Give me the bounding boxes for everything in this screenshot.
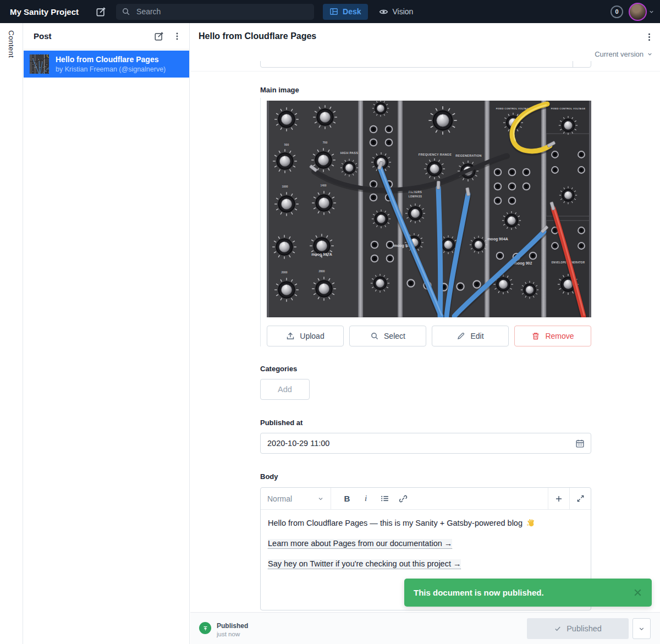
navbar-right: 0 — [610, 3, 654, 21]
toast-message: This document is now published. — [414, 588, 544, 597]
categories-label: Categories — [260, 365, 297, 373]
fieldset-border — [260, 98, 261, 346]
upload-button[interactable]: Upload — [267, 326, 344, 346]
text-style-value: Normal — [267, 494, 292, 503]
body-label: Body — [260, 472, 278, 481]
chevron-down-icon — [647, 51, 653, 57]
top-navbar: My Sanity Project — [0, 0, 660, 23]
body-content[interactable]: Hello from Cloudflare Pages — this is my… — [261, 510, 591, 586]
edit-label: Edit — [470, 332, 483, 340]
insert-block-button[interactable] — [548, 488, 569, 509]
search-bar[interactable] — [116, 4, 314, 20]
avatar — [629, 3, 647, 21]
publish-status: Published just now — [199, 622, 248, 637]
add-category-button[interactable]: Add — [260, 379, 310, 400]
publish-button-label: Published — [566, 624, 602, 633]
tool-sidebar: Content — [0, 23, 23, 644]
publish-button[interactable]: Published — [527, 618, 629, 639]
bullet-list-icon — [380, 494, 389, 503]
list-panel-header: Post — [24, 23, 189, 49]
header-divider — [190, 71, 660, 71]
publish-status-time: just now — [217, 631, 248, 637]
body-paragraph: Learn more about Pages from our document… — [268, 538, 584, 550]
project-title: My Sanity Project — [10, 7, 79, 16]
select-button[interactable]: Select — [349, 326, 426, 346]
check-icon — [554, 625, 562, 632]
expand-icon — [576, 494, 585, 503]
upload-label: Upload — [300, 332, 324, 340]
bold-button[interactable]: B — [338, 488, 356, 509]
user-menu[interactable] — [629, 3, 654, 21]
document-menu-button[interactable] — [642, 30, 656, 43]
upload-icon — [286, 332, 295, 340]
calendar-icon[interactable] — [575, 439, 585, 448]
fullscreen-button[interactable] — [569, 488, 591, 509]
close-icon[interactable] — [632, 587, 644, 598]
publish-status-text: Published just now — [217, 622, 248, 637]
search-icon — [370, 332, 379, 340]
format-buttons: B i — [331, 488, 413, 509]
sanity-studio-app: My Sanity Project — [0, 0, 660, 644]
publish-status-label: Published — [217, 622, 248, 630]
list-item-subtitle: by Kristian Freeman (@signalnerve) — [56, 65, 166, 73]
twitter-link[interactable]: Say hey on Twitter if you're checking ou… — [268, 559, 461, 569]
link-button[interactable] — [394, 488, 413, 509]
compose-icon — [96, 7, 106, 17]
document-list-panel: Post — [24, 23, 190, 644]
documentation-link[interactable]: Learn more about Pages from our document… — [268, 539, 452, 549]
link-icon — [399, 494, 408, 503]
desk-icon — [329, 7, 338, 16]
chevron-down-icon — [648, 9, 654, 15]
tab-desk[interactable]: Desk — [323, 4, 367, 20]
body-paragraph: Hello from Cloudflare Pages — this is my… — [268, 518, 584, 530]
editor-toolbar: Normal B i — [261, 488, 591, 510]
chevron-down-icon — [638, 625, 645, 632]
search-input[interactable] — [135, 7, 309, 16]
text-style-select[interactable]: Normal — [261, 488, 331, 509]
tab-desk-label: Desk — [343, 7, 361, 16]
slug-input[interactable] — [260, 61, 591, 68]
presence-badge[interactable]: 0 — [610, 5, 623, 18]
new-document-button[interactable] — [94, 5, 107, 18]
tab-vision[interactable]: Vision — [372, 4, 420, 20]
published-at-label: Published at — [260, 419, 302, 427]
editor-toolbar-right — [548, 488, 591, 509]
list-panel-actions — [154, 31, 182, 41]
sidebar-item-content[interactable]: Content — [7, 30, 15, 58]
publish-menu-button[interactable] — [632, 618, 651, 639]
create-post-button[interactable] — [154, 31, 164, 41]
italic-button[interactable]: i — [356, 488, 375, 509]
published-icon — [199, 622, 211, 634]
chevron-down-icon — [317, 496, 324, 502]
compose-icon — [154, 31, 164, 41]
published-at-input[interactable] — [260, 433, 591, 454]
plus-icon — [554, 494, 563, 503]
list-item-text: Hello from Cloudflare Pages by Kristian … — [56, 55, 166, 73]
list-item[interactable]: Hello from Cloudflare Pages by Kristian … — [24, 51, 189, 78]
bullet-list-button[interactable] — [375, 488, 394, 509]
document-title: Hello from Cloudflare Pages — [199, 31, 316, 41]
publish-toast: This document is now published. — [404, 579, 652, 607]
wave-emoji-char: 👋 — [526, 527, 527, 527]
list-item-title: Hello from Cloudflare Pages — [56, 55, 166, 64]
list-panel-title: Post — [34, 31, 52, 41]
eye-icon — [379, 7, 388, 16]
slug-field-partial — [260, 61, 591, 68]
remove-label: Remove — [545, 332, 574, 340]
slug-generate-divider — [573, 61, 573, 67]
list-item-thumbnail — [30, 54, 49, 74]
tool-tabs: Desk Vision — [323, 4, 420, 20]
kebab-icon — [645, 32, 654, 42]
edit-button[interactable]: Edit — [432, 326, 509, 346]
search-icon — [122, 7, 130, 16]
remove-button[interactable]: Remove — [514, 326, 591, 346]
main-image-preview[interactable] — [267, 101, 591, 317]
kebab-icon — [173, 32, 182, 41]
trash-icon — [531, 332, 540, 340]
document-footer: Published just now Published — [190, 612, 660, 644]
list-menu-button[interactable] — [173, 32, 182, 41]
image-action-buttons: Upload Select Edit — [267, 326, 591, 346]
version-selector[interactable]: Current version — [595, 50, 653, 58]
wave-emoji-icon: 👋 — [526, 519, 535, 527]
body-paragraph-text: Hello from Cloudflare Pages — this is my… — [268, 519, 522, 527]
